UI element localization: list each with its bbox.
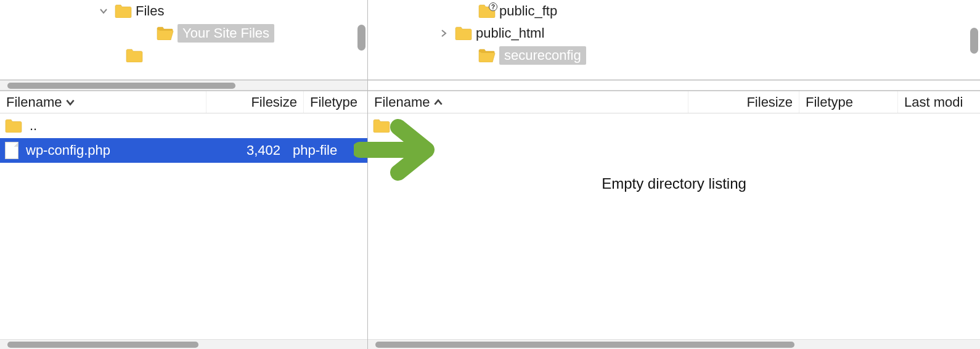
folder-icon	[373, 119, 390, 133]
local-pane: Files Your Site Files Filename	[0, 0, 368, 349]
local-file-list-section: Filename Filesize Filetype	[0, 90, 367, 349]
remote-file-list[interactable]: .. Empty directory listing	[368, 113, 980, 339]
column-filename[interactable]: Filename	[0, 91, 206, 113]
file-icon	[5, 142, 18, 159]
tree-item-label: Files	[136, 3, 164, 19]
file-type: php-file	[285, 142, 337, 158]
column-lastmod-label: Last modi	[904, 94, 963, 110]
sort-asc-icon	[433, 97, 444, 108]
folder-icon	[126, 49, 143, 62]
horizontal-scrollbar-thumb[interactable]	[7, 342, 198, 348]
tree-item[interactable]: secureconfig	[368, 44, 980, 67]
folder-icon	[455, 27, 472, 40]
tree-item[interactable]: ? public_ftp	[368, 0, 980, 22]
column-filename-label: Filename	[6, 94, 62, 110]
horizontal-scrollbar-thumb[interactable]	[7, 83, 235, 89]
folder-icon	[157, 27, 174, 40]
local-file-list[interactable]: .. wp-config.php 3,402 php-file	[0, 113, 367, 339]
tree-item[interactable]: Your Site Files	[0, 22, 367, 44]
remote-tree: ? public_ftp public_html secureconfig	[368, 0, 980, 80]
column-filetype-label: Filetype	[806, 94, 853, 110]
tree-item[interactable]	[0, 44, 367, 67]
column-filetype-label: Filetype	[310, 94, 357, 110]
sort-desc-icon	[65, 97, 76, 108]
horizontal-scrollbar[interactable]	[0, 80, 367, 90]
local-tree: Files Your Site Files	[0, 0, 367, 80]
parent-dir-row[interactable]: ..	[0, 113, 367, 138]
column-filesize-label: Filesize	[746, 94, 793, 110]
folder-icon	[5, 119, 22, 133]
parent-dir-label: ..	[398, 118, 405, 134]
file-name: wp-config.php	[26, 142, 110, 158]
file-row-selected[interactable]: wp-config.php 3,402 php-file	[0, 138, 367, 163]
remote-column-header: Filename Filesize Filetype Last modi	[368, 91, 980, 113]
folder-icon: ?	[478, 4, 496, 18]
vertical-scrollbar-thumb[interactable]	[970, 28, 978, 54]
column-filesize[interactable]: Filesize	[688, 91, 799, 113]
chevron-right-icon[interactable]	[439, 28, 449, 38]
folder-icon	[478, 49, 496, 62]
folder-icon	[115, 4, 132, 18]
chevron-down-icon[interactable]	[99, 6, 108, 16]
file-size: 3,402	[206, 142, 285, 158]
horizontal-scrollbar-thumb[interactable]	[375, 342, 794, 348]
column-filename[interactable]: Filename	[368, 91, 688, 113]
column-filename-label: Filename	[374, 94, 430, 110]
tree-item-label: Your Site Files	[178, 24, 274, 43]
tree-item-label: public_ftp	[499, 3, 557, 19]
column-filetype[interactable]: Filetype	[304, 91, 367, 113]
horizontal-scrollbar[interactable]	[0, 339, 367, 349]
tree-item[interactable]: Files	[0, 0, 367, 22]
local-column-header: Filename Filesize Filetype	[0, 91, 367, 113]
remote-pane: ? public_ftp public_html secureconfig Fi…	[368, 0, 980, 349]
empty-directory-message: Empty directory listing	[368, 138, 980, 192]
tree-item-label: secureconfig	[499, 46, 586, 65]
horizontal-scrollbar[interactable]	[368, 339, 980, 349]
column-lastmod[interactable]: Last modi	[898, 91, 980, 113]
remote-file-list-section: Filename Filesize Filetype Last modi	[368, 90, 980, 349]
horizontal-scrollbar[interactable]	[368, 80, 980, 90]
tree-item[interactable]: public_html	[368, 22, 980, 44]
parent-dir-label: ..	[30, 118, 37, 134]
tree-item-label: public_html	[476, 25, 544, 41]
column-filesize-label: Filesize	[251, 94, 297, 110]
vertical-scrollbar-thumb[interactable]	[357, 25, 365, 51]
column-filesize[interactable]: Filesize	[206, 91, 304, 113]
parent-dir-row[interactable]: ..	[368, 113, 980, 138]
column-filetype[interactable]: Filetype	[799, 91, 898, 113]
